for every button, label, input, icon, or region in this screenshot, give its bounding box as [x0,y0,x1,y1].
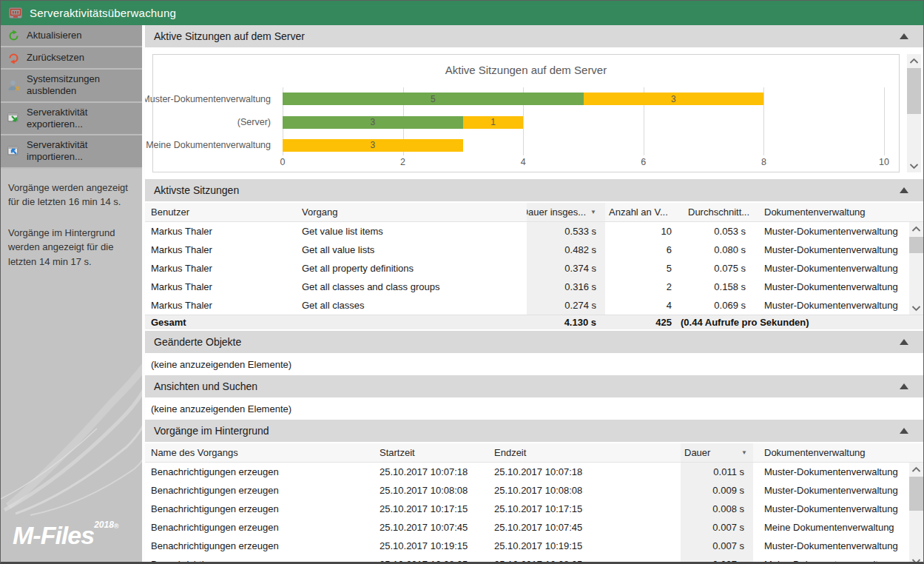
column-header-vorgang[interactable]: Vorgang [296,207,527,218]
table-row[interactable]: Benachrichtigungen erzeugen25.10.2017 10… [145,481,923,500]
x-axis-tick-label: 4 [521,157,526,167]
collapse-icon[interactable] [900,187,908,193]
column-header-anzahl[interactable]: Anzahl an V... [605,207,677,218]
window-title: Serveraktivitätsüberwachung [30,7,176,19]
chart-title: Aktive Sitzungen auf dem Server [153,64,899,76]
cell-dauer: 0.007 s [681,555,753,562]
hide-system-sessions-label: Systemsitzungen ausblenden [27,73,121,98]
cell-endzeit: 25.10.2017 10:08:08 [488,485,681,496]
chart-bar-segment[interactable]: 3 [584,93,764,105]
scroll-thumb[interactable] [909,237,923,253]
chart-bar-segment[interactable]: 1 [463,116,523,129]
cell-startzeit: 25.10.2017 10:08:08 [374,485,488,496]
table-row[interactable]: Benachrichtigungen erzeugen25.10.2017 10… [145,500,923,518]
table-row[interactable]: Benachrichtigungen erzeugen25.10.2017 10… [145,463,923,481]
cell-vorgang: Get all classes and class groups [296,281,527,292]
cell-name-des-vorgangs: Benachrichtigungen erzeugen [145,485,374,496]
section-header-changed-objects[interactable]: Geänderte Objekte [145,331,923,353]
table-row[interactable]: Markus ThalerGet value list items0.533 s… [145,222,923,241]
scroll-up-icon[interactable] [907,54,921,67]
top-sessions-scrollbar[interactable] [909,222,923,315]
column-header-dauer[interactable]: Dauer▼ [681,443,753,462]
table-row[interactable]: Markus ThalerGet all classes and class g… [145,278,923,296]
server-activity-monitor-window: Serveraktivitätsüberwachung Aktualisiere… [0,0,924,564]
section-header-background-operations[interactable]: Vorgänge im Hintergrund [145,420,923,442]
cell-durchschnitt: 0.158 s [677,278,753,296]
cell-dokumentenverwaltung: Muster-Dokumentenverwaltung [753,503,923,514]
cell-dokumentenverwaltung: Muster-Dokumentenverwaltung [753,281,923,292]
hide-system-sessions-button[interactable]: Systemsitzungen ausblenden [1,70,142,103]
cell-startzeit: 25.10.2017 10:07:18 [374,466,488,477]
column-header-dauer-insgesamt[interactable]: Dauer insges...▼ [527,203,605,221]
cell-anzahl: 2 [605,278,677,296]
cell-endzeit: 25.10.2017 10:08:05 [488,559,681,562]
export-icon [7,112,21,124]
export-activity-label: Serveraktivität exportieren... [27,107,138,131]
column-header-dokumentenverwaltung[interactable]: Dokumentenverwaltung [753,447,923,458]
chart-bar-segment[interactable]: 3 [283,116,463,129]
export-activity-button[interactable]: Serveraktivität exportieren... [1,103,142,136]
background-table-body: Benachrichtigungen erzeugen25.10.2017 10… [145,463,923,562]
table-row[interactable]: Markus ThalerGet all property definition… [145,259,923,278]
column-header-startzeit[interactable]: Startzeit [374,447,488,458]
cell-anzahl: 10 [605,222,677,241]
cell-durchschnitt: 0.080 s [677,241,753,259]
x-axis-tick-label: 8 [761,157,766,167]
cell-anzahl: 4 [605,296,677,315]
table-row[interactable]: Benachrichtigungen erzeugen25.10.2017 10… [145,518,923,537]
chart-plot-area: 53313 [283,87,884,155]
import-activity-button[interactable]: Serveraktivität importieren... [1,135,142,169]
background-scrollbar[interactable] [909,463,923,562]
chart-bar-segment[interactable]: 3 [283,139,463,152]
refresh-label: Aktualisieren [27,30,81,41]
scroll-thumb[interactable] [909,477,923,511]
cell-benutzer: Markus Thaler [145,300,296,311]
cell-dauer-insgesamt: 0.274 s [527,296,605,315]
reset-button[interactable]: Zurücksetzen [1,47,142,70]
section-header-active-sessions-chart[interactable]: Aktive Sitzungen auf dem Server [145,25,923,47]
section-title: Aktivste Sitzungen [154,184,239,196]
total-note: (0.44 Aufrufe pro Sekunden) [677,317,923,328]
section-header-top-sessions[interactable]: Aktivste Sitzungen [145,179,923,201]
cell-dokumentenverwaltung: Muster-Dokumentenverwaltung [753,226,923,237]
collapse-icon[interactable] [900,339,908,345]
column-header-name-des-vorgangs[interactable]: Name des Vorgangs [145,447,374,458]
cell-dokumentenverwaltung: Muster-Dokumentenverwaltung [753,300,923,311]
section-title: Aktive Sitzungen auf dem Server [154,30,305,42]
chart-scrollbar[interactable] [907,54,921,172]
collapse-icon[interactable] [900,428,908,434]
section-header-views-searches[interactable]: Ansichten und Suchen [145,375,923,397]
collapse-icon[interactable] [900,33,908,39]
cell-name-des-vorgangs: Benachrichtigungen erzeugen [145,540,374,551]
cell-benutzer: Markus Thaler [145,263,296,274]
top-sessions-table-body: Markus ThalerGet value list items0.533 s… [145,222,923,315]
table-row[interactable]: Benachrichtigungen erzeugen25.10.2017 10… [145,537,923,555]
active-sessions-chart: Aktive Sitzungen auf dem Server Muster-D… [152,54,900,172]
column-header-benutzer[interactable]: Benutzer [145,207,296,218]
scroll-thumb[interactable] [907,68,921,114]
section-title: Ansichten und Suchen [154,380,257,392]
cell-endzeit: 25.10.2017 10:17:15 [488,503,681,514]
server-monitor-icon [9,7,22,19]
scroll-up-icon[interactable] [909,463,923,476]
column-header-dokumentenverwaltung[interactable]: Dokumentenverwaltung [753,207,923,218]
cell-dokumentenverwaltung: Muster-Dokumentenverwaltung [753,540,923,551]
table-row[interactable]: Markus ThalerGet all classes0.274 s40.06… [145,296,923,315]
cell-dokumentenverwaltung: Muster-Dokumentenverwaltung [753,244,923,255]
cell-dauer: 0.007 s [681,518,753,537]
column-header-durchschnitt[interactable]: Durchschnitt... [677,207,753,218]
cell-dokumentenverwaltung: Meine Dokumentenverwaltung [753,559,923,562]
collapse-icon[interactable] [900,383,908,389]
scroll-down-icon[interactable] [909,301,923,315]
section-title: Geänderte Objekte [154,336,241,348]
table-row[interactable]: Benachrichtigungen erzeugen25.10.2017 10… [145,555,923,562]
chart-bar-segment[interactable]: 5 [283,93,584,105]
scroll-up-icon[interactable] [909,222,923,235]
table-row[interactable]: Markus ThalerGet all value lists0.482 s6… [145,241,923,259]
scroll-down-icon[interactable] [909,554,923,562]
refresh-button[interactable]: Aktualisieren [1,25,142,47]
cell-durchschnitt: 0.053 s [677,222,753,241]
column-header-endzeit[interactable]: Endzeit [488,447,681,458]
cell-anzahl: 6 [605,241,677,259]
scroll-down-icon[interactable] [907,159,921,172]
